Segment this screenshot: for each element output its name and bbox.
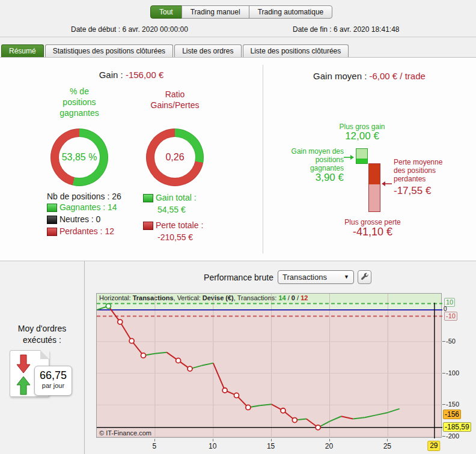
gain-bar	[356, 148, 368, 164]
ratio-donut: 0,26	[146, 129, 204, 186]
x-axis-tick: 15	[267, 442, 275, 450]
performance-chart[interactable]: Horizontal: Transactions, Vertical: Devi…	[96, 293, 442, 438]
avg-loss-label-l2: des positions	[394, 166, 460, 175]
avg-loss-label-l1: Perte moyenne	[394, 158, 460, 166]
avg-loss-value: -17,55 €	[394, 185, 431, 197]
current-value-box: -156	[443, 410, 461, 419]
gain-heading: Gain : -156,00 €	[0, 70, 263, 80]
page-fold-flap	[40, 350, 49, 359]
y-axis-upper-box: 10	[444, 298, 455, 307]
winning-donut-title-l3: gagnantes	[37, 107, 121, 118]
date-start-label: Date de début :	[71, 25, 120, 34]
x-cursor-box: 29	[427, 441, 440, 451]
x-axis-tick: 5	[153, 442, 157, 450]
tick-mark	[213, 439, 213, 441]
winning-donut: 53,85 %	[50, 129, 108, 186]
date-start-value: 6 avr. 2020 00:00:00	[122, 25, 188, 34]
y-axis-tick: -150	[446, 401, 459, 408]
gain-moyen-value: -6,00 € / trade	[369, 71, 425, 81]
y-axis-zero-label: 0	[444, 306, 447, 312]
winning-color-swatch	[47, 204, 57, 212]
avg-win-label: Gain moyen des positions gagnantes	[264, 147, 344, 172]
chevron-down-icon: ▼	[344, 271, 349, 283]
gain-value: -156,00 €	[126, 70, 163, 80]
up-arrow-icon	[16, 375, 31, 396]
winning-donut-title-l1: % de	[37, 86, 121, 97]
loss-total-value: -210,55 €	[157, 233, 193, 241]
avg-win-label-l1: Gain moyen des	[264, 147, 344, 156]
gain-total-value: 54,55 €	[157, 205, 186, 214]
positions-neutral-row: Neutres : 0	[47, 215, 100, 225]
tab-liste-positions[interactable]: Liste des positions clôturées	[243, 44, 349, 57]
copyright-label: © IT-Finance.com	[99, 429, 151, 437]
gain-label: Gain :	[99, 70, 123, 80]
neutral-color-swatch	[47, 216, 57, 224]
avg-loss-arrow-icon	[381, 181, 392, 187]
ratio-donut-title: Ratio Gains/Pertes	[133, 89, 217, 110]
positions-winning-row: Gagnantes : 14	[47, 203, 117, 213]
date-end-value: 6 avr. 2020 18:41:48	[334, 25, 399, 34]
tick-mark	[442, 341, 445, 342]
tick-mark	[154, 439, 155, 441]
ratio-donut-value: 0,26	[146, 129, 204, 186]
avg-orders-label-l1: Moy d'ordres	[0, 323, 84, 334]
x-axis-tick: 25	[383, 442, 391, 450]
summary-divider	[263, 65, 263, 253]
scope-tab-trading-manuel[interactable]: Trading manuel	[182, 5, 249, 19]
winning-donut-title: % de positions gagnantes	[37, 86, 121, 118]
gain-moyen-heading: Gain moyen : -6,00 € / trade	[263, 71, 476, 81]
gain-total-label: Gain total :	[156, 193, 197, 202]
ratio-donut-title-l1: Ratio	[133, 89, 217, 100]
ratio-donut-title-l2: Gains/Pertes	[133, 100, 217, 110]
tick-mark	[271, 439, 272, 441]
biggest-gain-label: Plus gros gain	[325, 123, 400, 131]
down-arrow-icon	[16, 354, 31, 374]
scope-button-group: Tout Trading manuel Trading automatique	[150, 5, 332, 19]
x-axis-tick: 20	[325, 442, 333, 450]
avg-orders-value: 66,75	[35, 369, 72, 382]
avg-orders-label-l2: exécutés :	[0, 334, 84, 346]
sidebar-divider	[84, 261, 85, 454]
equity-curve	[97, 294, 442, 438]
gain-total-row: Gain total :	[143, 193, 197, 204]
gain-moyen-label: Gain moyen :	[313, 71, 367, 81]
tab-resume[interactable]: Résumé	[1, 44, 44, 57]
winning-donut-title-l2: positions	[37, 97, 121, 107]
gain-bar-avg-segment	[356, 159, 367, 163]
biggest-gain-value: 12,00 €	[325, 130, 400, 142]
gain-total-swatch	[143, 194, 153, 202]
scope-tab-tout[interactable]: Tout	[150, 5, 182, 19]
avg-win-label-l2: positions	[264, 156, 344, 164]
tick-mark	[442, 436, 445, 437]
tick-mark	[329, 439, 330, 441]
y-axis-tick: -100	[446, 369, 459, 377]
tick-mark	[442, 373, 445, 374]
report-tab-strip: Résumé Statistiques des positions clôtur…	[0, 37, 476, 58]
tick-mark	[387, 439, 388, 441]
avg-win-value: 3,90 €	[264, 172, 344, 184]
y-axis-tick: -50	[446, 337, 456, 345]
min-value-box: -185,59	[443, 422, 471, 432]
scope-tab-trading-automatique[interactable]: Trading automatique	[249, 5, 333, 19]
avg-win-label-l3: gagnantes	[264, 164, 344, 172]
wrench-icon	[360, 273, 369, 282]
positions-losing-row: Perdantes : 12	[47, 227, 114, 237]
chart-settings-button[interactable]	[358, 270, 371, 284]
tick-mark	[442, 404, 445, 405]
performance-label: Performance brute	[168, 273, 273, 282]
summary-panel: Gain : -156,00 € Gain moyen : -6,00 € / …	[0, 58, 476, 261]
performance-type-value: Transactions	[282, 273, 327, 282]
losing-color-swatch	[47, 228, 57, 236]
avg-loss-label-l3: perdantes	[394, 175, 460, 183]
avg-orders-unit: par jour	[35, 382, 72, 389]
avg-orders-box: 66,75 par jour	[34, 366, 72, 396]
performance-type-select[interactable]: Transactions ▼	[278, 270, 354, 284]
trading-report-window: Tout Trading manuel Trading automatique …	[0, 0, 476, 454]
loss-total-swatch	[143, 222, 153, 230]
avg-orders-label: Moy d'ordres exécutés :	[0, 323, 84, 346]
tab-statistiques-positions[interactable]: Statistiques des positions clôturées	[45, 44, 173, 57]
tab-liste-ordres[interactable]: Liste des ordres	[174, 44, 241, 57]
performance-section: Performance brute Transactions ▼ Moy d'o…	[0, 261, 476, 454]
y-axis-tick: -200	[446, 432, 459, 440]
loss-total-label: Perte totale :	[156, 220, 203, 230]
